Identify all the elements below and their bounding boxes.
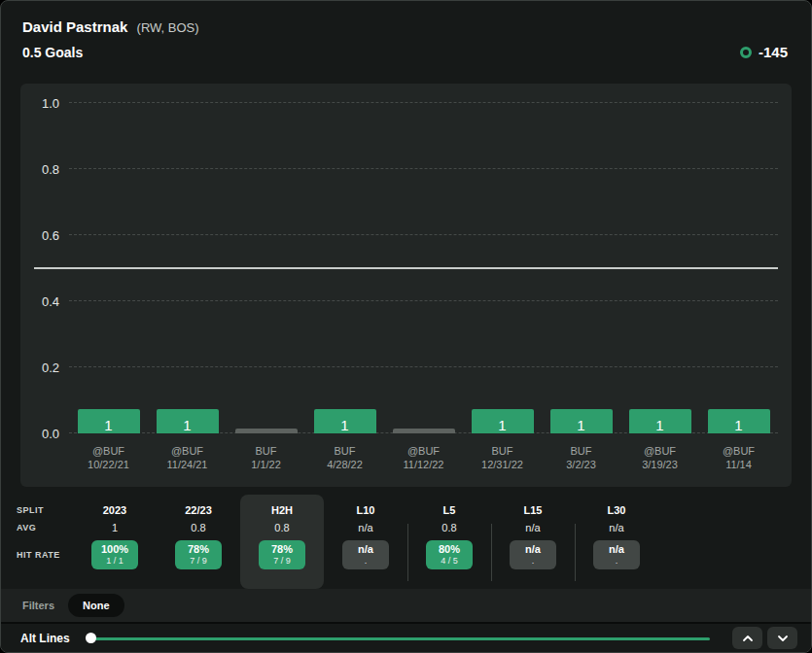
y-tick-label: 0.0 [42, 427, 59, 441]
hit-rate-pct: 100% [91, 543, 138, 556]
split-column-l5[interactable]: L50.880%4 / 5 [407, 495, 491, 589]
prop-row: 0.5 Goals -145 [22, 44, 788, 60]
hit-rate-pct: n/a [510, 543, 556, 556]
bar-slot: 1 [699, 409, 778, 433]
filters-bar: Filters None [1, 589, 811, 622]
split-column-h2h[interactable]: H2H0.878%7 / 9 [240, 495, 324, 589]
chart-bar-3[interactable] [235, 429, 298, 433]
row-label-avg: AVG [17, 519, 73, 537]
chart-bar-7[interactable]: 1 [550, 409, 613, 433]
split-column-2023[interactable]: 20231100%1 / 1 [73, 495, 157, 589]
hit-rate-pct: 78% [259, 543, 305, 556]
player-position-team: (RW, BOS) [137, 20, 199, 35]
split-column-label: L15 [491, 501, 575, 519]
player-name: David Pastrnak [22, 18, 127, 35]
row-label-hit-rate: HIT RATE [17, 537, 73, 572]
x-tick-label: BUF1/1/22 [227, 444, 305, 471]
hit-rate-pct: 78% [175, 543, 222, 556]
y-tick-label: 0.4 [42, 294, 59, 309]
chart-bar-8[interactable]: 1 [629, 409, 691, 433]
player-title: David Pastrnak (RW, BOS) [22, 18, 788, 37]
split-column-label: L30 [575, 501, 658, 519]
x-tick-label: BUF4/28/22 [305, 444, 384, 471]
split-column-l15[interactable]: L15n/an/a. [491, 495, 575, 589]
chart-row: 0.00.20.40.60.81.0 1111111 [30, 103, 778, 433]
hit-rate-pct: n/a [342, 543, 389, 556]
y-tick-label: 0.2 [42, 361, 59, 375]
chart-bar-4[interactable]: 1 [314, 409, 376, 433]
bar-slot: 1 [542, 409, 620, 433]
hit-rate-pct: n/a [593, 543, 640, 556]
hit-rate-fraction: 7 / 9 [259, 556, 305, 566]
bar-value-label: 1 [498, 417, 506, 433]
over-ring-icon [740, 47, 752, 58]
bar-slot: 1 [620, 409, 699, 433]
bar-slot: 1 [148, 409, 227, 433]
alt-lines-bar: Alt Lines [1, 622, 811, 652]
y-tick-label: 0.8 [42, 162, 59, 177]
odds-value: -145 [759, 44, 788, 60]
hit-rate-badge: 80%4 / 5 [426, 540, 473, 569]
x-tick-label: @BUF11/24/21 [148, 444, 227, 471]
split-column-label: 2023 [73, 501, 157, 519]
bar-slot [384, 429, 463, 433]
bar-value-label: 1 [655, 417, 663, 433]
x-tick-label: @BUF3/19/23 [620, 444, 699, 471]
chart-bar-5[interactable] [393, 429, 455, 433]
bar-slot: 1 [305, 409, 384, 433]
chevron-down-icon [777, 635, 789, 642]
alt-line-down-button[interactable] [767, 627, 797, 649]
goals-bar-chart: 0.00.20.40.60.81.0 1111111 @BUF10/22/21@… [20, 84, 792, 487]
alt-line-up-button[interactable] [732, 627, 762, 649]
splits-table: SPLIT AVG HIT RATE 20231100%1 / 122/230.… [1, 487, 811, 589]
slider-thumb[interactable] [86, 633, 96, 643]
slider-track[interactable] [90, 637, 710, 640]
player-prop-card: David Pastrnak (RW, BOS) 0.5 Goals -145 … [0, 0, 812, 653]
hit-rate-badge: n/a. [593, 540, 640, 569]
x-tick-label: @BUF11/12/22 [384, 444, 463, 471]
filters-none-button[interactable]: None [68, 594, 124, 617]
split-avg-value: n/a [491, 519, 575, 537]
split-column-22-23[interactable]: 22/230.878%7 / 9 [157, 495, 240, 589]
split-avg-value: 0.8 [157, 519, 240, 537]
chevron-up-icon [742, 635, 754, 642]
chart-bar-6[interactable]: 1 [472, 409, 534, 433]
hit-rate-fraction: 1 / 1 [91, 556, 138, 566]
split-column-l30[interactable]: L30n/an/a. [575, 495, 658, 589]
bar-value-label: 1 [734, 417, 742, 433]
bar-slot: 1 [463, 409, 542, 433]
y-tick-label: 1.0 [42, 96, 59, 111]
chart-bar-2[interactable]: 1 [157, 409, 219, 433]
x-tick-label: @BUF11/14 [699, 444, 778, 471]
hit-rate-fraction: 7 / 9 [175, 556, 222, 566]
chart-bar-9[interactable]: 1 [708, 409, 770, 433]
filters-label: Filters [22, 600, 54, 611]
alt-lines-slider[interactable] [86, 633, 710, 644]
alt-lines-label: Alt Lines [20, 632, 70, 645]
split-avg-value: 1 [73, 519, 157, 537]
odds-display: -145 [740, 44, 788, 60]
bar-value-label: 1 [340, 417, 348, 433]
split-column-label: L10 [324, 501, 407, 519]
hit-rate-fraction: 4 / 5 [426, 556, 473, 566]
splits-row-labels: SPLIT AVG HIT RATE [17, 495, 73, 589]
split-avg-value: n/a [575, 519, 658, 537]
plot-area: 1111111 [69, 103, 778, 433]
split-avg-value: 0.8 [407, 519, 491, 537]
hit-rate-badge: 78%7 / 9 [175, 540, 222, 569]
bar-value-label: 1 [577, 417, 584, 433]
prop-line-label: 0.5 Goals [22, 45, 83, 60]
split-column-l10[interactable]: L10n/an/a. [324, 495, 407, 589]
x-axis-labels: @BUF10/22/21@BUF11/24/21BUF1/1/22BUF4/28… [69, 444, 778, 471]
hit-rate-badge: n/a. [342, 540, 389, 569]
split-column-label: H2H [240, 501, 324, 519]
split-column-label: 22/23 [157, 501, 240, 519]
splits-columns: 20231100%1 / 122/230.878%7 / 9H2H0.878%7… [73, 495, 658, 589]
card-header: David Pastrnak (RW, BOS) 0.5 Goals -145 [1, 1, 811, 84]
x-tick-label: BUF3/2/23 [542, 444, 620, 471]
hit-rate-fraction: . [593, 556, 640, 566]
chart-bar-1[interactable]: 1 [78, 409, 140, 433]
hit-rate-badge: n/a. [510, 540, 556, 569]
bar-slot [227, 429, 305, 433]
y-tick-label: 0.6 [42, 228, 59, 243]
